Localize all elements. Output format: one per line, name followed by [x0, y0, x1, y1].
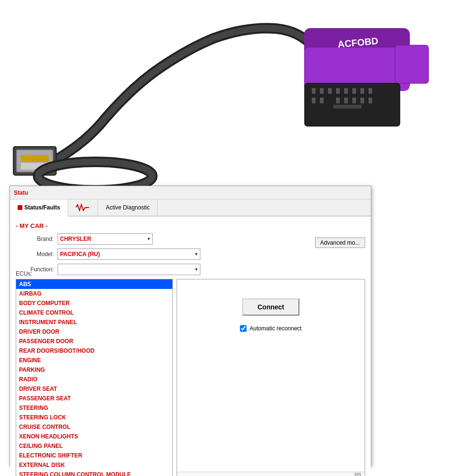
tab-waveform[interactable]: [68, 199, 98, 216]
function-option[interactable]: REAR DOORS/BOOT/HOOD: [16, 346, 172, 356]
function-option[interactable]: XENON HEADLIGHTS: [16, 432, 172, 441]
function-option[interactable]: CRUISE CONTROL: [16, 422, 172, 432]
svg-rect-11: [320, 88, 324, 94]
model-select-wrapper[interactable]: PACIFICA (RU): [58, 248, 200, 260]
main-content: Advanced mo... - MY CAR - Brand: CHRYSLE…: [10, 217, 371, 476]
function-row: Function:: [16, 264, 365, 275]
tab-bar: Status/Faults Active Diagnostic: [10, 199, 371, 217]
tab-active-diagnostic[interactable]: Active Diagnostic: [98, 199, 158, 216]
function-option[interactable]: ENGINE: [16, 356, 172, 365]
auto-reconnect-label: Automatic reconnect: [249, 325, 301, 332]
svg-rect-16: [360, 88, 364, 94]
svg-rect-7: [305, 48, 409, 90]
function-option[interactable]: PARKING: [16, 365, 172, 375]
ecus-panel[interactable]: ABSAIRBAGBODY COMPUTERCLIMATE CONTROLINS…: [16, 279, 173, 476]
svg-rect-2: [17, 150, 52, 171]
svg-rect-14: [344, 88, 348, 94]
ecus-label: ECUs:: [16, 270, 32, 277]
svg-rect-1: [14, 148, 55, 174]
function-option[interactable]: DRIVER DOOR: [16, 327, 172, 337]
svg-rect-0: [0, 0, 476, 200]
function-select[interactable]: [58, 264, 200, 275]
ecus-section: ECUs: ABSAIRBAGBODY COMPUTERCLIMATE CONT…: [16, 279, 173, 476]
function-option[interactable]: STEERING LOCK: [16, 413, 172, 422]
connect-status-bar: F5 to connect, F6 to disconnect: [177, 472, 365, 476]
status-label: Statu: [14, 189, 28, 196]
svg-rect-26: [13, 147, 56, 175]
auto-reconnect-row: Automatic reconnect: [240, 325, 301, 332]
svg-rect-25: [333, 105, 362, 109]
brand-select[interactable]: CHRYSLER: [58, 233, 153, 245]
scroll-thumb: [355, 473, 361, 476]
tab-status-faults-label: Status/Faults: [24, 204, 60, 211]
device-image: ACFOBD: [0, 0, 476, 200]
function-select-wrapper[interactable]: [58, 264, 200, 275]
function-option[interactable]: BODY COMPUTER: [16, 298, 172, 308]
two-column-area: ECUs: ABSAIRBAGBODY COMPUTERCLIMATE CONT…: [16, 279, 365, 476]
svg-rect-15: [352, 88, 356, 94]
brand-select-wrapper[interactable]: CHRYSLER: [58, 233, 153, 245]
my-car-title: - MY CAR -: [16, 222, 365, 229]
brand-row: Brand: CHRYSLER: [16, 233, 365, 245]
svg-rect-18: [312, 98, 316, 103]
svg-rect-17: [368, 88, 372, 94]
connect-button[interactable]: Connect: [242, 298, 299, 316]
function-option[interactable]: DRIVER SEAT: [16, 384, 172, 394]
tab-active-diagnostic-label: Active Diagnostic: [106, 204, 149, 211]
function-option[interactable]: STEERING COLUMN CONTROL MODULE: [16, 470, 172, 476]
svg-rect-20: [336, 98, 340, 103]
header-stripe: Statu: [10, 186, 371, 199]
function-option[interactable]: PASSENGER DOOR: [16, 337, 172, 346]
function-option[interactable]: ELECTRONIC SHIFTER: [16, 451, 172, 460]
svg-rect-12: [328, 88, 332, 94]
model-row: Model: PACIFICA (RU): [16, 248, 365, 260]
function-option[interactable]: PASSENGER SEAT: [16, 394, 172, 403]
svg-rect-21: [344, 98, 348, 103]
function-option[interactable]: INSTRUMENT PANEL: [16, 317, 172, 327]
model-select[interactable]: PACIFICA (RU): [58, 248, 200, 260]
svg-rect-8: [395, 45, 428, 83]
svg-rect-27: [16, 149, 53, 172]
svg-rect-3: [18, 151, 51, 170]
svg-rect-10: [312, 88, 316, 94]
brand-label: Brand:: [16, 236, 54, 242]
function-option[interactable]: AIRBAG: [16, 289, 172, 298]
function-option[interactable]: CLIMATE CONTROL: [16, 308, 172, 317]
tab-status-faults[interactable]: Status/Faults: [10, 199, 68, 217]
svg-rect-5: [305, 29, 409, 52]
svg-rect-19: [320, 98, 324, 103]
function-option[interactable]: RADIO: [16, 375, 172, 384]
scrollbar[interactable]: [354, 472, 361, 476]
advanced-mode-button[interactable]: Advanced mo...: [315, 238, 365, 248]
function-dropdown-list[interactable]: ABSAIRBAGBODY COMPUTERCLIMATE CONTROLINS…: [16, 279, 172, 476]
svg-rect-13: [336, 88, 340, 94]
model-label: Model:: [16, 251, 54, 258]
software-panel: Statu Status/Faults Active Diagnostic Ad…: [10, 186, 371, 466]
svg-rect-23: [360, 98, 364, 103]
svg-rect-4: [305, 29, 409, 90]
function-option[interactable]: STEERING: [16, 403, 172, 413]
svg-rect-9: [305, 83, 400, 126]
function-option[interactable]: EXTERNAL DISK: [16, 460, 172, 470]
svg-rect-22: [352, 98, 356, 103]
connect-panel: Connect Automatic reconnect F5 to connec…: [177, 279, 365, 476]
function-option[interactable]: CEILING PANEL: [16, 441, 172, 451]
svg-rect-28: [17, 150, 52, 171]
waveform-icon: [76, 203, 90, 212]
svg-rect-24: [368, 98, 372, 103]
svg-rect-30: [21, 163, 49, 169]
status-red-icon: [18, 205, 22, 210]
svg-rect-29: [21, 155, 49, 162]
svg-text:ACFOBD: ACFOBD: [337, 36, 378, 50]
auto-reconnect-checkbox[interactable]: [240, 325, 247, 332]
function-option[interactable]: ABS: [16, 279, 172, 289]
